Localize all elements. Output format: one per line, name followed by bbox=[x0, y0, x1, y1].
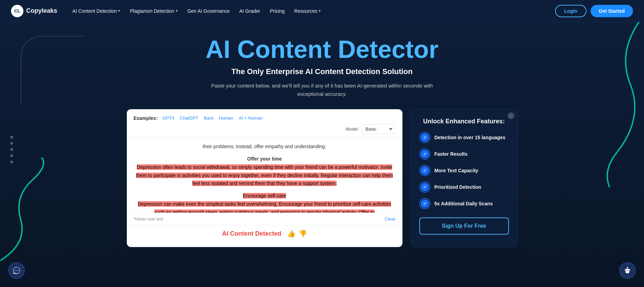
feature-item-2: Faster Results bbox=[419, 148, 509, 160]
text-paragraph-1: their problems; instead, offer empathy a… bbox=[134, 143, 396, 151]
example-chatgpt[interactable]: ChatGPT bbox=[178, 115, 201, 121]
check-icon-5 bbox=[419, 198, 430, 209]
features-title: Unlock Enhanced Features: bbox=[419, 118, 509, 125]
navigation: CL Copyleaks AI Content Detection ▾ Plag… bbox=[0, 0, 644, 22]
check-icon-1 bbox=[419, 132, 430, 143]
check-icon-3 bbox=[419, 165, 430, 176]
chevron-down-icon: ▾ bbox=[176, 9, 178, 13]
thumbs-up-icon[interactable]: 👍 bbox=[287, 229, 296, 238]
svg-point-2 bbox=[18, 270, 18, 271]
example-gpt4[interactable]: GPT4 bbox=[161, 115, 176, 121]
accessibility-button[interactable] bbox=[619, 262, 636, 279]
signup-button[interactable]: Sign Up For Free bbox=[419, 217, 509, 235]
status-bar: AI Content Detected 👍 👎 bbox=[127, 225, 402, 242]
feature-text-2: Faster Results bbox=[435, 151, 468, 157]
model-label: Model: bbox=[345, 126, 359, 132]
nav-item-ai-grader[interactable]: AI Grader bbox=[235, 6, 265, 17]
status-text: AI Content Detected bbox=[222, 230, 281, 237]
page-title: AI Content Detector bbox=[11, 36, 633, 63]
nav-actions: Login Get Started bbox=[555, 5, 633, 17]
feature-text-4: Prioritized Detection bbox=[435, 184, 481, 190]
content-area: Examples: GPT4 ChatGPT Bard Human AI + H… bbox=[11, 109, 633, 261]
thumbs-down-icon[interactable]: 👎 bbox=[298, 229, 307, 238]
check-icon-2 bbox=[419, 148, 430, 160]
svg-point-1 bbox=[16, 270, 17, 271]
chevron-down-icon: ▾ bbox=[319, 9, 321, 13]
model-select[interactable]: Basic Standard Advanced bbox=[362, 124, 396, 134]
accessibility-icon bbox=[623, 266, 632, 275]
chat-button[interactable] bbox=[8, 262, 25, 279]
highlighted-text-1: Depression often leads to social withdra… bbox=[136, 164, 393, 186]
nav-item-gen-ai[interactable]: Gen AI Governance bbox=[183, 6, 234, 17]
feature-text-5: 5x Additional Daily Scans bbox=[435, 201, 493, 206]
detector-card: Examples: GPT4 ChatGPT Bard Human AI + H… bbox=[127, 109, 402, 247]
text-inner: their problems; instead, offer empathy a… bbox=[127, 137, 402, 213]
feature-item-4: Prioritized Detection bbox=[419, 182, 509, 193]
text-paragraph-2: Offer your time Depression often leads t… bbox=[134, 155, 396, 188]
section-title-time: Offer your time bbox=[247, 156, 282, 162]
highlighted-text-2: Encourage self-care bbox=[243, 193, 286, 198]
example-human[interactable]: Human bbox=[217, 115, 235, 121]
detector-header: Examples: GPT4 ChatGPT Bard Human AI + H… bbox=[127, 109, 402, 137]
example-bard[interactable]: Bard bbox=[202, 115, 215, 121]
text-paragraph-3: Encourage self-care Depression can make … bbox=[134, 192, 396, 213]
clear-button[interactable]: Clear bbox=[385, 216, 395, 222]
check-icon-4 bbox=[419, 182, 430, 193]
nav-item-pricing[interactable]: Pricing bbox=[266, 6, 289, 17]
hover-hint: *Hover over text bbox=[134, 217, 163, 222]
text-area[interactable]: their problems; instead, offer empathy a… bbox=[127, 137, 402, 213]
feature-text-1: Detection in over 15 languages bbox=[435, 135, 505, 140]
nav-item-ai-content[interactable]: AI Content Detection ▾ bbox=[68, 6, 124, 17]
logo[interactable]: CL Copyleaks bbox=[11, 5, 57, 17]
logo-icon: CL bbox=[11, 5, 23, 17]
examples-label: Examples: bbox=[134, 115, 158, 121]
highlighted-text-3: Depression can make even the simplest ta… bbox=[138, 201, 391, 213]
features-card: i Unlock Enhanced Features: Detection in… bbox=[411, 109, 518, 247]
nav-item-plagiarism[interactable]: Plagiarism Detection ▾ bbox=[126, 6, 182, 17]
hero-section: AI Content Detector The Only Enterprise … bbox=[0, 22, 644, 261]
svg-point-0 bbox=[15, 270, 16, 271]
chevron-down-icon: ▾ bbox=[118, 9, 120, 13]
card-footer: *Hover over text Clear bbox=[127, 213, 402, 225]
model-row: Model: Basic Standard Advanced bbox=[134, 124, 396, 134]
hero-description: Paste your content below, and we'll tell… bbox=[205, 82, 439, 98]
examples-row: Examples: GPT4 ChatGPT Bard Human AI + H… bbox=[134, 115, 396, 121]
chat-icon bbox=[12, 266, 21, 275]
info-icon[interactable]: i bbox=[508, 112, 514, 119]
example-ai-human[interactable]: AI + Human bbox=[237, 115, 265, 121]
feedback-icons: 👍 👎 bbox=[287, 229, 307, 238]
login-button[interactable]: Login bbox=[555, 5, 586, 17]
svg-point-3 bbox=[627, 267, 628, 268]
feature-item-5: 5x Additional Daily Scans bbox=[419, 198, 509, 209]
hero-subtitle: The Only Enterprise AI Content Detection… bbox=[11, 67, 633, 76]
nav-items: AI Content Detection ▾ Plagiarism Detect… bbox=[68, 6, 555, 17]
nav-item-resources[interactable]: Resources ▾ bbox=[290, 6, 325, 17]
get-started-button[interactable]: Get Started bbox=[591, 5, 633, 17]
feature-text-3: More Text Capacity bbox=[435, 168, 478, 173]
logo-text: Copyleaks bbox=[26, 7, 57, 14]
feature-item-1: Detection in over 15 languages bbox=[419, 132, 509, 143]
feature-item-3: More Text Capacity bbox=[419, 165, 509, 176]
